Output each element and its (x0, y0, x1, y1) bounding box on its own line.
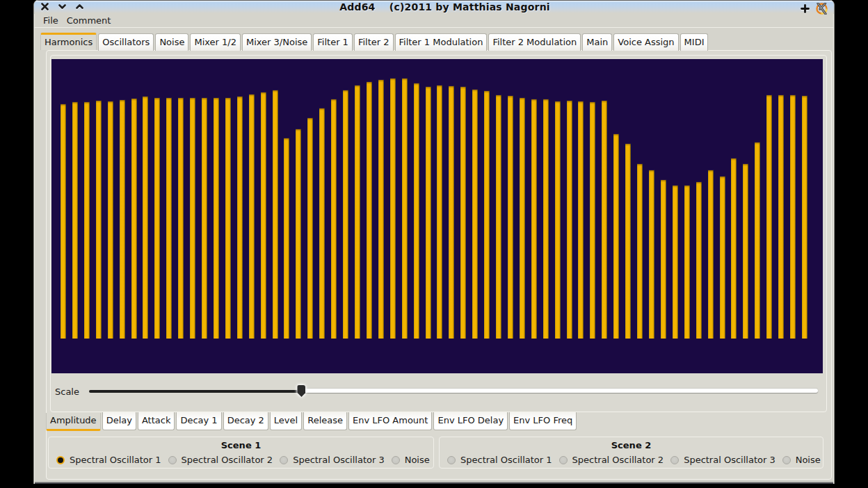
harmonic-bar[interactable] (531, 99, 538, 339)
tab-harmonics[interactable]: Harmonics (40, 33, 97, 50)
radio-unselected-icon[interactable] (670, 456, 679, 464)
harmonic-bar[interactable] (696, 181, 702, 339)
harmonic-bar[interactable] (201, 97, 208, 339)
radio-unselected-icon[interactable] (782, 456, 791, 464)
harmonic-bar[interactable] (425, 86, 432, 339)
harmonic-bar[interactable] (260, 92, 267, 339)
harmonic-bar[interactable] (60, 104, 67, 339)
tab-filter-2-modulation[interactable]: Filter 2 Modulation (488, 33, 581, 51)
harmonic-bar[interactable] (730, 158, 737, 339)
harmonic-bar[interactable] (507, 95, 514, 339)
tab-filter-2[interactable]: Filter 2 (354, 33, 394, 51)
scale-slider[interactable] (297, 385, 305, 397)
harmonic-bar[interactable] (660, 179, 667, 339)
harmonic-bar[interactable] (707, 170, 714, 339)
param-tab-delay[interactable]: Delay (102, 412, 136, 430)
tab-mixer-3-noise[interactable]: Mixer 3/Noise (242, 33, 312, 51)
harmonic-bar[interactable] (460, 86, 467, 339)
radio-unselected-icon[interactable] (392, 456, 400, 464)
harmonic-bar[interactable] (684, 185, 691, 339)
harmonics-bar-editor[interactable] (51, 59, 823, 373)
harmonic-bar[interactable] (177, 97, 184, 339)
harmonic-bar[interactable] (589, 101, 596, 339)
harmonic-bar[interactable] (366, 81, 373, 339)
harmonic-bar[interactable] (107, 101, 114, 339)
harmonic-bar[interactable] (295, 129, 302, 339)
harmonic-bar[interactable] (354, 85, 361, 339)
harmonic-bar[interactable] (342, 90, 349, 339)
harmonic-bar[interactable] (566, 100, 573, 339)
radio-option-spectral-oscillator-1[interactable]: Spectral Oscillator 1 (447, 455, 552, 465)
harmonic-bar[interactable] (166, 97, 172, 339)
harmonic-bar[interactable] (283, 138, 290, 339)
scale-slider-groove-empty[interactable] (304, 389, 818, 393)
param-tab-level[interactable]: Level (270, 412, 302, 430)
harmonic-bar[interactable] (801, 95, 808, 339)
harmonic-bar[interactable] (213, 97, 220, 339)
param-tab-amplitude[interactable]: Amplitude (46, 413, 101, 431)
param-tab-decay-2[interactable]: Decay 2 (223, 412, 268, 430)
harmonic-bar[interactable] (319, 108, 326, 339)
param-tab-decay-1[interactable]: Decay 1 (176, 412, 221, 430)
radio-unselected-icon[interactable] (447, 456, 456, 464)
harmonic-bar[interactable] (83, 101, 90, 339)
harmonic-bar[interactable] (154, 97, 161, 339)
harmonic-bar[interactable] (648, 170, 655, 339)
param-tab-env-lfo-freq[interactable]: Env LFO Freq (509, 412, 577, 430)
tab-filter-1-modulation[interactable]: Filter 1 Modulation (395, 33, 488, 51)
harmonic-bar[interactable] (613, 133, 620, 339)
harmonic-bar[interactable] (272, 90, 279, 339)
harmonic-bar[interactable] (495, 95, 502, 339)
scale-slider-handle[interactable] (297, 385, 305, 397)
param-tab-attack[interactable]: Attack (138, 412, 175, 430)
harmonic-bar[interactable] (542, 99, 549, 339)
harmonic-bar[interactable] (389, 78, 396, 339)
harmonic-bar[interactable] (330, 99, 337, 339)
harmonic-bar[interactable] (789, 95, 796, 339)
harmonic-bar[interactable] (519, 97, 526, 339)
harmonic-bar[interactable] (636, 163, 643, 339)
param-tab-release[interactable]: Release (303, 412, 347, 430)
tab-main[interactable]: Main (582, 33, 612, 51)
radio-option-spectral-oscillator-2[interactable]: Spectral Oscillator 2 (168, 455, 273, 465)
tab-mixer-1-2[interactable]: Mixer 1/2 (190, 33, 241, 51)
tab-oscillators[interactable]: Oscillators (98, 33, 154, 51)
radio-unselected-icon[interactable] (168, 456, 177, 464)
harmonic-bar[interactable] (401, 78, 408, 339)
harmonic-bar[interactable] (778, 95, 785, 339)
scale-slider-groove-filled[interactable] (89, 390, 298, 393)
harmonic-bar[interactable] (554, 101, 561, 339)
harmonic-bar[interactable] (189, 97, 196, 339)
param-tab-env-lfo-amount[interactable]: Env LFO Amount (348, 412, 432, 430)
menu-file[interactable]: File (39, 14, 63, 27)
harmonic-bar[interactable] (625, 143, 632, 339)
harmonic-bar[interactable] (248, 94, 255, 339)
harmonic-bar[interactable] (672, 185, 679, 339)
harmonic-bar[interactable] (577, 101, 584, 339)
harmonic-bar[interactable] (719, 176, 726, 339)
harmonic-bar[interactable] (236, 96, 243, 339)
tab-midi[interactable]: MIDI (680, 33, 709, 51)
harmonic-bar[interactable] (766, 95, 773, 339)
harmonic-bar[interactable] (95, 100, 102, 339)
harmonic-bar[interactable] (72, 101, 79, 339)
radio-option-spectral-oscillator-1[interactable]: Spectral Oscillator 1 (56, 455, 161, 465)
harmonic-bar[interactable] (142, 96, 149, 339)
param-tab-env-lfo-delay[interactable]: Env LFO Delay (433, 412, 508, 430)
radio-option-spectral-oscillator-3[interactable]: Spectral Oscillator 3 (670, 455, 775, 465)
title-bar[interactable]: Add64 (c)2011 by Matthias Nagorni (34, 0, 834, 14)
radio-option-spectral-oscillator-2[interactable]: Spectral Oscillator 2 (559, 455, 664, 465)
radio-option-noise[interactable]: Noise (782, 455, 821, 465)
harmonic-bar[interactable] (448, 86, 455, 339)
harmonic-bar[interactable] (436, 85, 443, 339)
tab-voice-assign[interactable]: Voice Assign (613, 33, 678, 51)
harmonic-bar[interactable] (119, 99, 126, 339)
close-icon[interactable] (41, 3, 49, 10)
tab-filter-1[interactable]: Filter 1 (313, 33, 353, 51)
harmonic-bar[interactable] (754, 142, 761, 339)
harmonic-bar[interactable] (307, 117, 314, 339)
radio-unselected-icon[interactable] (559, 456, 568, 464)
harmonic-bar[interactable] (225, 97, 232, 339)
radio-unselected-icon[interactable] (280, 456, 288, 464)
harmonic-bar[interactable] (742, 163, 749, 339)
